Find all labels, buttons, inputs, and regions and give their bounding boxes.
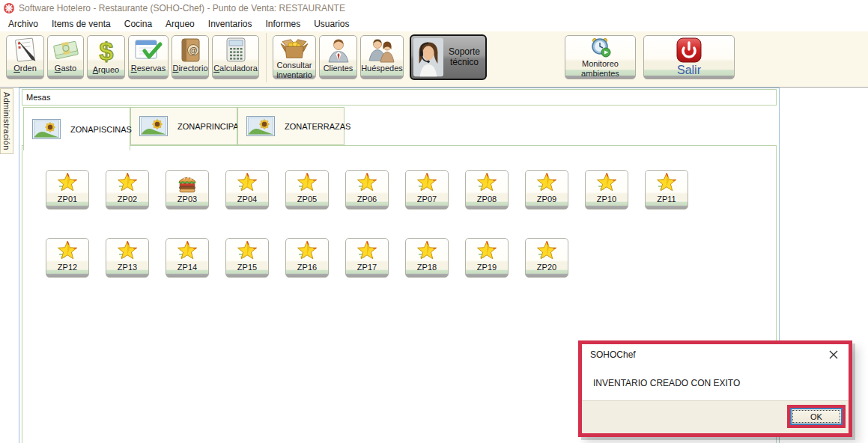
table-label: ZP10 <box>597 195 616 204</box>
table-label: ZP05 <box>297 195 317 204</box>
star-icon <box>476 240 497 261</box>
dialog-message: INVENTARIO CREADO CON EXITO <box>593 378 740 388</box>
consultar-inventario-button[interactable]: Consultar inventario <box>273 35 316 79</box>
star-icon <box>297 172 318 193</box>
table-button-ZP10[interactable]: ZP10 <box>585 170 628 210</box>
table-button-ZP17[interactable]: ZP17 <box>345 238 389 278</box>
tables-grid: ZP01ZP02ZP03ZP04ZP05ZP06ZP07ZP08ZP09ZP10… <box>46 170 712 278</box>
clientes-button[interactable]: Clientes <box>319 35 357 79</box>
sidebar-tab-administracion[interactable]: Administración <box>0 88 13 154</box>
table-button-ZP12[interactable]: ZP12 <box>46 238 89 278</box>
salir-label: Salir <box>677 64 701 77</box>
table-label: ZP02 <box>118 195 137 204</box>
close-icon[interactable] <box>827 348 840 361</box>
star-icon <box>476 172 497 193</box>
table-button-ZP06[interactable]: ZP06 <box>345 170 389 210</box>
table-button-ZP19[interactable]: ZP19 <box>465 238 509 278</box>
ok-button[interactable]: OK <box>790 408 843 425</box>
table-label: ZP09 <box>537 195 556 204</box>
calculadora-button[interactable]: Calculadora <box>212 35 259 79</box>
calculator-icon <box>223 37 249 64</box>
menu-informes[interactable]: Informes <box>259 17 308 31</box>
menu-archivo[interactable]: Archivo <box>1 17 45 31</box>
menu-usuarios[interactable]: Usuarios <box>307 17 356 31</box>
dialog-footer: OK <box>582 400 849 433</box>
dialog-annotation-highlight: SOHOChef INVENTARIO CREADO CON EXITO OK <box>578 340 852 437</box>
table-button-ZP09[interactable]: ZP09 <box>525 170 568 210</box>
tab-zonapiscinas[interactable]: ZONAPISCINAS <box>23 107 130 150</box>
clientes-label: Clientes <box>324 64 353 73</box>
table-label: ZP11 <box>657 195 676 204</box>
table-label: ZP15 <box>237 263 257 272</box>
svg-text:@: @ <box>189 46 198 55</box>
orden-button[interactable]: Orden <box>6 35 44 79</box>
table-button-ZP01[interactable]: ZP01 <box>46 170 89 210</box>
directorio-button[interactable]: @ Directorio <box>172 35 209 79</box>
star-icon <box>237 240 258 261</box>
table-button-ZP04[interactable]: ZP04 <box>225 170 269 210</box>
client-person-icon <box>326 37 351 64</box>
dialog-title: SOHOChef <box>590 349 827 360</box>
tab-zonaterrazas[interactable]: ZONATERRAZAS <box>237 107 345 145</box>
mesas-groupbox: Mesas <box>22 89 777 106</box>
soporte-tecnico-button[interactable]: Soporte técnico <box>410 34 487 80</box>
dialog-titlebar[interactable]: SOHOChef <box>582 344 849 365</box>
table-button-ZP18[interactable]: ZP18 <box>405 238 449 278</box>
table-button-ZP13[interactable]: ZP13 <box>106 238 149 278</box>
arqueo-button[interactable]: $ Arqueo <box>87 35 125 79</box>
table-label: ZP19 <box>477 263 497 272</box>
table-button-ZP15[interactable]: ZP15 <box>225 238 269 278</box>
menu-items-de-venta[interactable]: Items de venta <box>45 17 118 31</box>
gasto-button[interactable]: Gasto <box>47 35 84 79</box>
star-icon <box>356 240 377 261</box>
table-label: ZP14 <box>177 263 197 272</box>
star-icon <box>656 172 677 193</box>
table-label: ZP16 <box>297 263 317 272</box>
table-button-ZP16[interactable]: ZP16 <box>285 238 329 278</box>
table-label: ZP20 <box>537 263 556 272</box>
dollar-icon: $ <box>95 37 118 65</box>
table-button-ZP08[interactable]: ZP08 <box>465 170 509 210</box>
menu-inventarios[interactable]: Inventarios <box>201 17 259 31</box>
table-button-ZP02[interactable]: ZP02 <box>106 170 149 210</box>
table-button-ZP07[interactable]: ZP07 <box>405 170 449 210</box>
svg-text:$: $ <box>99 37 113 65</box>
star-icon <box>416 172 437 193</box>
guests-icon <box>367 37 397 64</box>
burger-icon <box>177 172 198 193</box>
star-icon <box>596 172 617 193</box>
table-button-ZP03[interactable]: ZP03 <box>166 170 209 210</box>
menu-arqueo[interactable]: Arqueo <box>159 17 201 31</box>
table-label: ZP07 <box>417 195 437 204</box>
soho-logo-icon <box>4 3 14 13</box>
inventory-box-icon <box>279 37 310 61</box>
administracion-label: Administración <box>2 92 11 150</box>
tab-zonaprincipal[interactable]: ZONAPRINCIPAL <box>130 107 237 145</box>
table-label: ZP03 <box>177 195 197 204</box>
salir-button[interactable]: Salir <box>643 35 735 79</box>
huespedes-label: Huéspedes <box>361 64 403 73</box>
star-icon <box>356 172 377 193</box>
calendar-check-icon <box>133 37 163 64</box>
huespedes-button[interactable]: Huéspedes <box>360 35 404 79</box>
menu-bar: Archivo Items de venta Cocina Arqueo Inv… <box>0 16 868 31</box>
soporte-tecnico-label: Soporte técnico <box>449 47 480 68</box>
tab-zonaprincipal-label: ZONAPRINCIPAL <box>177 122 243 131</box>
table-label: ZP01 <box>58 195 77 204</box>
orden-label: Orden <box>13 64 37 73</box>
menu-cocina[interactable]: Cocina <box>118 17 159 31</box>
sunflower-photo-icon <box>139 116 168 136</box>
monitoreo-ambientes-button[interactable]: Monitoreo ambientes <box>565 35 636 79</box>
sunflower-photo-icon <box>32 119 61 139</box>
table-button-ZP20[interactable]: ZP20 <box>525 238 568 278</box>
table-button-ZP14[interactable]: ZP14 <box>166 238 209 278</box>
table-button-ZP11[interactable]: ZP11 <box>645 170 688 210</box>
reservas-button[interactable]: Reservas <box>128 35 169 79</box>
dialog-body: INVENTARIO CREADO CON EXITO <box>582 365 849 400</box>
toolbar-separator <box>266 33 267 82</box>
star-icon <box>117 172 138 193</box>
star-icon <box>416 240 437 261</box>
star-icon <box>117 240 138 261</box>
table-button-ZP05[interactable]: ZP05 <box>285 170 329 210</box>
table-label: ZP04 <box>237 195 257 204</box>
